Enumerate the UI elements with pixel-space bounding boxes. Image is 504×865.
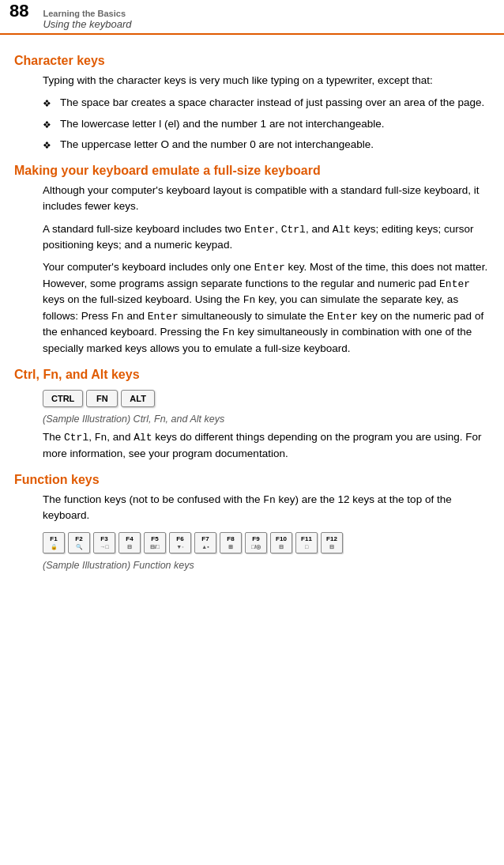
page-number: 88 bbox=[9, 2, 28, 21]
header-titles: Learning the Basics Using the keyboard bbox=[43, 9, 131, 30]
ctrl-fn-alt-illustration: CTRL FN ALT bbox=[43, 390, 490, 410]
function-keys-heading: Function keys bbox=[14, 473, 490, 487]
f2-key: F2 🔍 bbox=[68, 532, 90, 553]
character-keys-heading: Character keys bbox=[14, 54, 490, 68]
content-area: Character keys Typing with the character… bbox=[0, 35, 504, 584]
list-item: The uppercase letter O and the number 0 … bbox=[43, 137, 490, 153]
ctrl-key: CTRL bbox=[43, 390, 83, 407]
section-title: Using the keyboard bbox=[43, 18, 131, 30]
emulate-para-1: Although your computer's keyboard layout… bbox=[43, 183, 490, 215]
f8-key: F8 ⊞ bbox=[220, 532, 242, 553]
f3-key: F3 →□ bbox=[93, 532, 115, 553]
function-keys-caption: (Sample Illustration) Function keys bbox=[43, 560, 490, 571]
emulate-keyboard-heading: Making your keyboard emulate a full-size… bbox=[14, 164, 490, 178]
list-item: The lowercase letter l (el) and the numb… bbox=[43, 116, 490, 132]
ctrl-fn-alt-keys-row: CTRL FN ALT bbox=[43, 390, 155, 407]
ctrl-fn-alt-section: Ctrl, Fn, and Alt keys CTRL FN ALT (Samp… bbox=[14, 368, 490, 462]
function-keys-section: Function keys The function keys (not to … bbox=[14, 473, 490, 571]
character-keys-bullets: The space bar creates a space character … bbox=[43, 95, 490, 153]
f10-key: F10 ⊟ bbox=[270, 532, 292, 553]
f6-key: F6 ▼◦ bbox=[169, 532, 191, 553]
f9-key: F9 □/◎ bbox=[245, 532, 267, 553]
function-keys-intro: The function keys (not to be confused wi… bbox=[43, 492, 490, 524]
ctrl-fn-alt-caption: (Sample Illustration) Ctrl, Fn, and Alt … bbox=[43, 414, 490, 425]
f7-key: F7 ▲▪ bbox=[194, 532, 216, 553]
list-item: The space bar creates a space character … bbox=[43, 95, 490, 111]
emulate-para-2: A standard full-size keyboard includes t… bbox=[43, 221, 490, 254]
function-keys-row: F1 🔒 F2 🔍 F3 →□ F4 ⊟ F5 ⊟/□ bbox=[43, 532, 343, 553]
function-keys-illustration: F1 🔒 F2 🔍 F3 →□ F4 ⊟ F5 ⊟/□ bbox=[43, 532, 490, 557]
character-keys-intro: Typing with the character keys is very m… bbox=[43, 73, 490, 89]
emulate-keyboard-section: Making your keyboard emulate a full-size… bbox=[14, 164, 490, 357]
chapter-title: Learning the Basics bbox=[43, 9, 131, 18]
f1-key: F1 🔒 bbox=[43, 532, 65, 553]
page-header: 88 Learning the Basics Using the keyboar… bbox=[0, 0, 504, 35]
alt-key: ALT bbox=[121, 390, 155, 407]
ctrl-fn-alt-heading: Ctrl, Fn, and Alt keys bbox=[14, 368, 490, 382]
f11-key: F11 □ bbox=[295, 532, 318, 553]
emulate-para-3: Your computer's keyboard includes only o… bbox=[43, 259, 490, 357]
character-keys-section: Character keys Typing with the character… bbox=[14, 54, 490, 153]
ctrl-fn-alt-description: The Ctrl, Fn, and Alt keys do different … bbox=[43, 429, 490, 462]
f5-key: F5 ⊟/□ bbox=[144, 532, 166, 553]
f4-key: F4 ⊟ bbox=[118, 532, 141, 553]
fn-key: FN bbox=[86, 390, 118, 407]
f12-key: F12 ⊟ bbox=[321, 532, 343, 553]
